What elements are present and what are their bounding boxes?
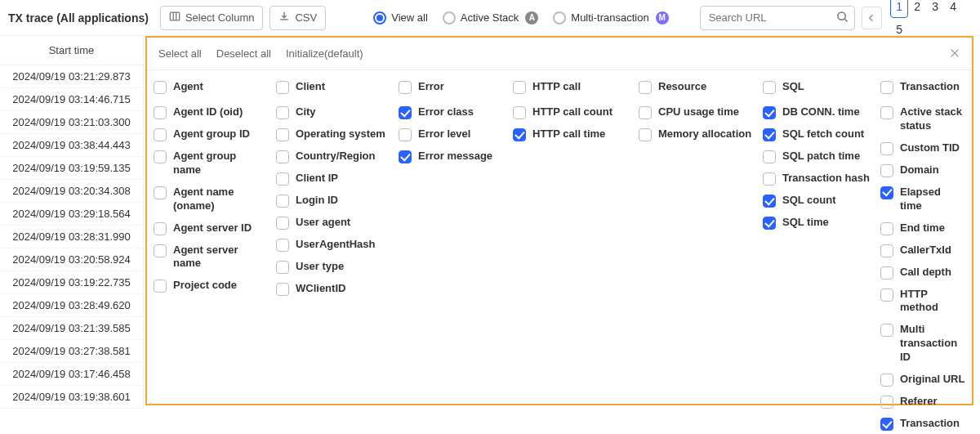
- checkbox-icon: [276, 81, 289, 94]
- search-input[interactable]: [700, 6, 855, 30]
- page-number-3[interactable]: 3: [926, 0, 944, 18]
- column-option-checkbox[interactable]: CPU usage time: [639, 105, 753, 119]
- radio-multi-transaction[interactable]: Multi-transaction M: [553, 11, 668, 25]
- column-group-header-checkbox[interactable]: SQL: [763, 80, 871, 94]
- column-option-checkbox[interactable]: SQL fetch count: [763, 128, 871, 141]
- checkbox-icon: [880, 396, 893, 409]
- column-option-checkbox[interactable]: Error class: [399, 105, 503, 119]
- initialize-default-link[interactable]: Initialize(default): [286, 47, 363, 60]
- checkbox-icon: [399, 106, 412, 119]
- column-option-checkbox[interactable]: Login ID: [276, 194, 389, 208]
- column-option-label: Memory allocation: [658, 128, 753, 141]
- column-option-checkbox[interactable]: Client IP: [276, 172, 389, 186]
- column-option-label: Agent ID (oid): [173, 105, 266, 119]
- table-row[interactable]: 2024/09/19 03:29:18.564: [0, 203, 143, 226]
- column-option-label: Login ID: [296, 194, 389, 208]
- checkbox-icon: [763, 106, 776, 119]
- column-option-checkbox[interactable]: Transaction hash: [763, 172, 871, 186]
- column-option-checkbox[interactable]: HTTP method: [880, 288, 965, 315]
- column-option-checkbox[interactable]: CallerTxId: [880, 244, 965, 257]
- close-icon[interactable]: [949, 47, 960, 61]
- table-row[interactable]: 2024/09/19 03:20:34.308: [0, 180, 143, 203]
- column-option-checkbox[interactable]: Operating system: [276, 128, 389, 141]
- checkbox-icon: [276, 150, 289, 163]
- column-option-checkbox[interactable]: Multi transaction ID: [880, 323, 965, 365]
- column-option-checkbox[interactable]: Custom TID: [880, 141, 965, 155]
- column-option-checkbox[interactable]: Agent group name: [154, 150, 266, 177]
- table-row[interactable]: 2024/09/19 03:19:59.135: [0, 157, 143, 180]
- column-group-header-checkbox[interactable]: Error: [399, 80, 503, 94]
- column-group-header-checkbox[interactable]: HTTP call: [513, 80, 629, 94]
- page-number-2[interactable]: 2: [908, 0, 926, 18]
- column-option-checkbox[interactable]: Agent ID (oid): [154, 105, 266, 119]
- column-option-checkbox[interactable]: SQL patch time: [763, 150, 871, 163]
- column-option-checkbox[interactable]: Agent name (oname): [154, 186, 266, 213]
- column-option-checkbox[interactable]: Error message: [399, 150, 503, 163]
- page-number-4[interactable]: 4: [944, 0, 962, 18]
- column-option-checkbox[interactable]: User type: [276, 260, 389, 274]
- select-column-button[interactable]: Select Column: [160, 6, 264, 30]
- column-option-label: User type: [296, 260, 389, 274]
- csv-button[interactable]: CSV: [270, 6, 326, 30]
- checkbox-icon: [880, 186, 893, 199]
- column-option-checkbox[interactable]: Domain: [880, 163, 965, 177]
- table-row[interactable]: 2024/09/19 03:28:31.990: [0, 226, 143, 248]
- checkbox-icon: [763, 195, 776, 208]
- column-option-checkbox[interactable]: HTTP call count: [513, 105, 629, 119]
- column-option-checkbox[interactable]: Call depth: [880, 266, 965, 280]
- column-group-header-checkbox[interactable]: Agent: [154, 80, 266, 94]
- column-option-checkbox[interactable]: Project code: [154, 279, 266, 293]
- column-option-checkbox[interactable]: Original URL: [880, 373, 965, 387]
- column-group-header-label: Resource: [658, 80, 753, 94]
- table-row[interactable]: 2024/09/19 03:27:38.581: [0, 340, 143, 363]
- page-number-1[interactable]: 1: [890, 0, 908, 18]
- column-option-checkbox[interactable]: Active stack status: [880, 105, 965, 133]
- column-group-header-checkbox[interactable]: Resource: [639, 80, 753, 94]
- badge-m-icon: M: [656, 11, 669, 25]
- column-option-checkbox[interactable]: Elapsed time: [880, 186, 965, 213]
- table-row[interactable]: 2024/09/19 03:28:49.620: [0, 294, 143, 317]
- select-all-link[interactable]: Select all: [158, 47, 202, 60]
- column-option-checkbox[interactable]: SQL count: [763, 194, 871, 208]
- radio-view-all[interactable]: View all: [373, 11, 428, 25]
- checkbox-icon: [880, 222, 893, 235]
- column-option-label: Error level: [418, 128, 503, 141]
- column-option-label: SQL count: [782, 194, 871, 208]
- radio-active-stack[interactable]: Active Stack A: [443, 11, 539, 25]
- column-option-checkbox[interactable]: WClientID: [276, 282, 389, 296]
- column-option-checkbox[interactable]: Referer: [880, 395, 965, 409]
- column-group-header-checkbox[interactable]: Client: [276, 80, 389, 94]
- column-option-checkbox[interactable]: City: [276, 105, 389, 119]
- table-row[interactable]: 2024/09/19 03:21:29.873: [0, 65, 143, 88]
- column-option-checkbox[interactable]: DB CONN. time: [763, 105, 871, 119]
- table-row[interactable]: 2024/09/19 03:14:46.715: [0, 88, 143, 111]
- column-option-label: Error message: [418, 150, 503, 163]
- checkbox-icon: [763, 150, 776, 163]
- column-option-checkbox[interactable]: HTTP call time: [513, 128, 629, 141]
- page-title: TX trace (All applications): [8, 11, 149, 25]
- column-option-checkbox[interactable]: Error level: [399, 128, 503, 141]
- table-row[interactable]: 2024/09/19 03:19:38.601: [0, 386, 143, 409]
- column-group-header-checkbox[interactable]: Transaction: [880, 80, 965, 94]
- table-row[interactable]: 2024/09/19 03:38:44.443: [0, 134, 143, 157]
- column-option-checkbox[interactable]: Agent group ID: [154, 128, 266, 141]
- column-option-checkbox[interactable]: End time: [880, 221, 965, 235]
- table-row[interactable]: 2024/09/19 03:21:03.300: [0, 111, 143, 134]
- column-option-checkbox[interactable]: Transaction: [880, 417, 965, 431]
- deselect-all-link[interactable]: Deselect all: [216, 47, 271, 60]
- column-option-checkbox[interactable]: Agent server name: [154, 244, 266, 271]
- table-row[interactable]: 2024/09/19 03:21:39.585: [0, 317, 143, 340]
- checkbox-icon: [154, 222, 167, 235]
- pager-prev-button[interactable]: [862, 7, 883, 29]
- table-row[interactable]: 2024/09/19 03:20:58.924: [0, 248, 143, 271]
- column-option-checkbox[interactable]: UserAgentHash: [276, 238, 389, 252]
- column-option-checkbox[interactable]: SQL time: [763, 216, 871, 230]
- column-option-checkbox[interactable]: Country/Region: [276, 150, 389, 163]
- column-option-checkbox[interactable]: User agent: [276, 216, 389, 230]
- table-row[interactable]: 2024/09/19 03:17:46.458: [0, 363, 143, 386]
- column-option-checkbox[interactable]: Memory allocation: [639, 128, 753, 141]
- column-option-checkbox[interactable]: Agent server ID: [154, 221, 266, 235]
- start-time-column: Start time 2024/09/19 03:21:29.8732024/0…: [0, 36, 144, 409]
- column-option-label: DB CONN. time: [782, 105, 871, 119]
- table-row[interactable]: 2024/09/19 03:19:22.735: [0, 271, 143, 294]
